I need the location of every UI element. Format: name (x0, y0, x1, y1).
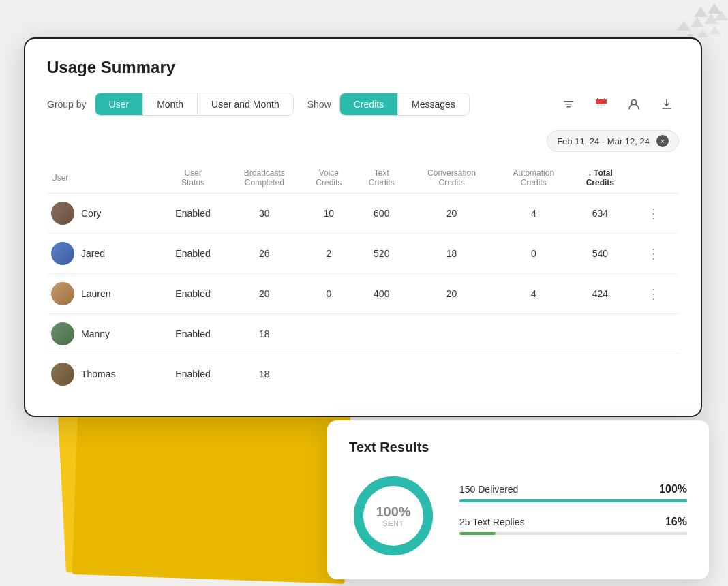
yellow-paper-2 (72, 404, 350, 584)
table-row: Thomas Enabled 18 (47, 354, 679, 395)
date-range-close-button[interactable]: × (656, 135, 669, 147)
progress-bar-fill-delivered (459, 499, 687, 502)
avatar-lauren (51, 282, 74, 305)
calendar-icon (594, 97, 609, 112)
person-icon (627, 97, 641, 111)
broadcasts-cory: 30 (226, 194, 303, 234)
col-header-text: TextCredits (355, 163, 408, 194)
calendar-icon-button[interactable] (589, 92, 613, 117)
donut-center: 100% SENT (376, 504, 410, 527)
automation-lauren: 4 (496, 274, 573, 314)
broadcasts-thomas: 18 (226, 354, 303, 395)
col-header-conversation: ConversationCredits (408, 163, 495, 194)
avatar-cory (51, 202, 74, 225)
user-name-thomas: Thomas (81, 369, 116, 380)
svg-rect-20 (601, 104, 603, 106)
status-lauren: Enabled (160, 274, 226, 314)
stat-name-replies: 25 Text Replies (459, 516, 524, 527)
svg-rect-22 (597, 107, 599, 108)
menu-manny (628, 314, 679, 354)
automation-jared: 0 (496, 234, 573, 274)
status-manny: Enabled (160, 314, 226, 354)
col-header-total[interactable]: ↓TotalCredits (572, 163, 628, 194)
text-results-popup: Text Results 100% SENT 150 Delivered 100… (327, 420, 709, 579)
table-row: Lauren Enabled 20 0 400 20 4 424 ⋮ (47, 274, 679, 314)
svg-marker-5 (714, 10, 728, 20)
progress-bar-bg-replies (459, 532, 687, 535)
download-icon-button[interactable] (654, 92, 679, 117)
conversation-manny (408, 314, 495, 354)
user-name-cory: Cory (81, 208, 102, 219)
usage-table: User UserStatus BroadcastsCompleted Voic… (47, 163, 679, 394)
text-thomas (355, 354, 408, 395)
icon-actions (556, 92, 679, 117)
voice-cory: 10 (303, 194, 355, 234)
conversation-cory: 20 (408, 194, 495, 234)
show-tab-group: Credits Messages (339, 93, 470, 116)
voice-manny (303, 314, 355, 354)
sort-arrow: ↓ (588, 168, 592, 178)
filter-icon-button[interactable] (556, 92, 581, 117)
filter-icon (562, 97, 575, 111)
col-header-automation: AutomationCredits (496, 163, 573, 194)
automation-cory: 4 (496, 194, 573, 234)
progress-bar-bg-delivered (459, 499, 687, 502)
svg-marker-4 (704, 14, 718, 24)
donut-chart: 100% SENT (349, 472, 438, 560)
avatar-manny (51, 322, 74, 345)
row-menu-button-jared[interactable]: ⋮ (641, 243, 666, 264)
svg-rect-23 (601, 107, 603, 108)
date-range-badge: Feb 11, 24 - Mar 12, 24 × (547, 130, 679, 152)
conversation-lauren: 20 (408, 274, 495, 314)
stat-name-delivered: 150 Delivered (459, 484, 518, 495)
col-header-user-status: UserStatus (160, 163, 226, 194)
svg-marker-7 (697, 29, 708, 37)
tab-credits[interactable]: Credits (340, 93, 398, 115)
stat-value-delivered: 100% (659, 483, 687, 495)
voice-lauren: 0 (303, 274, 355, 314)
stat-value-replies: 16% (665, 516, 687, 528)
automation-thomas (496, 354, 573, 395)
svg-rect-10 (565, 104, 572, 105)
donut-percent: 100% (376, 504, 410, 519)
menu-cory: ⋮ (628, 194, 679, 234)
user-cell-jared: Jared (47, 234, 160, 274)
conversation-jared: 18 (408, 234, 495, 274)
group-by-tab-group: User Month User and Month (95, 93, 294, 116)
page-title: Usage Summary (47, 58, 679, 77)
user-cell-thomas: Thomas (47, 354, 160, 395)
popup-title: Text Results (349, 440, 687, 455)
total-cory: 634 (572, 194, 628, 234)
table-row: Manny Enabled 18 (47, 314, 679, 354)
donut-label: SENT (376, 519, 410, 527)
popup-content: 100% SENT 150 Delivered 100% 25 Text Rep… (349, 472, 687, 560)
row-menu-button-cory[interactable]: ⋮ (641, 202, 666, 224)
svg-marker-0 (694, 7, 708, 17)
progress-bar-fill-replies (459, 532, 496, 535)
svg-rect-9 (564, 101, 573, 102)
table-row: Jared Enabled 26 2 520 18 0 540 ⋮ (47, 234, 679, 274)
svg-rect-19 (597, 104, 599, 106)
col-header-broadcasts: BroadcastsCompleted (226, 163, 303, 194)
user-cell-lauren: Lauren (47, 274, 160, 314)
stats-container: 150 Delivered 100% 25 Text Replies 16% (459, 483, 687, 549)
text-jared: 520 (355, 234, 408, 274)
tab-user-and-month[interactable]: User and Month (198, 93, 293, 115)
tab-messages[interactable]: Messages (398, 93, 469, 115)
row-menu-button-lauren[interactable]: ⋮ (641, 283, 666, 305)
automation-manny (496, 314, 573, 354)
date-range-label: Feb 11, 24 - Mar 12, 24 (557, 136, 650, 146)
text-lauren: 400 (355, 274, 408, 314)
user-cell-manny: Manny (47, 314, 160, 354)
broadcasts-lauren: 20 (226, 274, 303, 314)
svg-marker-8 (710, 26, 721, 34)
conversation-thomas (408, 354, 495, 395)
svg-rect-21 (603, 104, 605, 106)
tab-user[interactable]: User (95, 93, 144, 115)
person-icon-button[interactable] (622, 92, 646, 117)
show-label: Show (307, 99, 331, 110)
col-header-actions (628, 163, 679, 194)
tab-month[interactable]: Month (143, 93, 198, 115)
avatar-jared (51, 242, 74, 265)
stat-header-replies: 25 Text Replies 16% (459, 516, 687, 528)
